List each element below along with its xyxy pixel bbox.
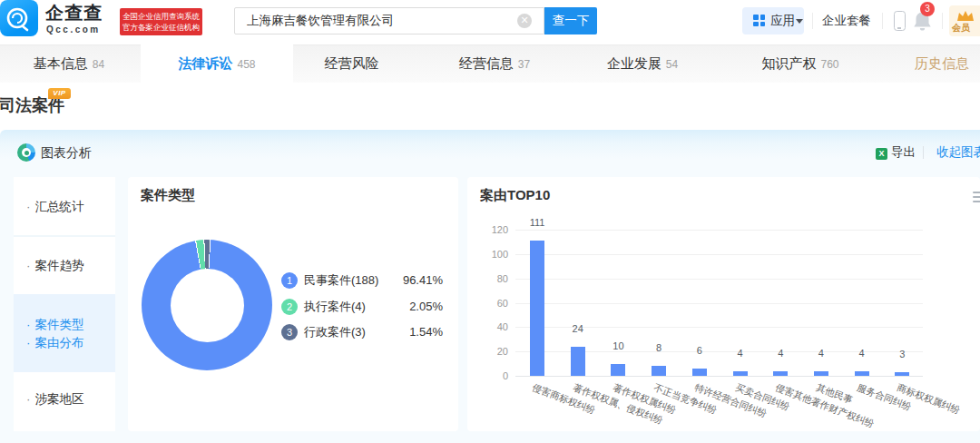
legend-number-3: 3: [281, 324, 298, 340]
y-tick-label: 20: [472, 345, 508, 358]
header-separator: [812, 13, 813, 29]
tab-history-info[interactable]: 历史信息: [915, 44, 974, 83]
legend-pct-enforcement: 2.05%: [409, 299, 443, 315]
sidebar-divider: [14, 235, 115, 237]
bar-value-label: 24: [560, 322, 596, 335]
member-crown-icon: [956, 9, 975, 24]
bar-value-label: 111: [519, 216, 555, 229]
legend-item-administrative[interactable]: 3 行政案件(3): [281, 324, 366, 340]
cert-line1: 全国企业信用查询系统: [120, 11, 202, 22]
x-axis-line: [515, 376, 923, 377]
y-tick-label: 40: [472, 320, 508, 333]
vip-badge: VIP: [48, 88, 71, 99]
chart-analysis-title: 图表分析: [41, 143, 92, 162]
bar-value-label: 4: [803, 347, 839, 359]
sidebar-item-case-trend[interactable]: ·案件趋势: [26, 258, 84, 274]
sidebar-active-background: [14, 294, 115, 372]
legend-number-2: 2: [281, 299, 298, 315]
gridline: [515, 279, 923, 280]
header-separator: [882, 13, 883, 29]
donut-hole: [171, 269, 244, 342]
bar-value-label: 4: [762, 347, 799, 359]
export-button[interactable]: 导出: [891, 143, 916, 162]
bar-4[interactable]: [652, 366, 666, 376]
top10-plot: 020406080100120111侵害商标权纠纷24著作权权属、侵权纠纷10著…: [467, 177, 980, 431]
legend-number-1: 1: [281, 272, 298, 289]
qcc-logo-icon[interactable]: [0, 0, 38, 36]
panel-header-separator: [923, 146, 924, 159]
clear-search-icon[interactable]: ✕: [517, 14, 532, 28]
search-input[interactable]: 上海麻吉餐饮管理有限公司: [234, 7, 544, 34]
sidebar-item-summary-stats[interactable]: ·汇总统计: [26, 199, 84, 215]
tab-legal-litigation[interactable]: 法律诉讼458: [178, 44, 255, 83]
bar-value-label: 6: [681, 344, 718, 357]
bar-6[interactable]: [733, 371, 748, 376]
bar-5[interactable]: [692, 369, 707, 376]
chart-sidebar: ·汇总统计 ·案件趋势 ·案件类型 ·案由分布 ·涉案地区: [14, 177, 115, 431]
bar-7[interactable]: [773, 371, 788, 376]
page: 企查查 Qcc.com 全国企业信用查询系统 官方备案企业征信机构 上海麻吉餐饮…: [0, 0, 980, 443]
legend-pct-administrative: 1.54%: [409, 324, 443, 340]
y-tick-label: 100: [472, 248, 508, 261]
logo-domain: Qcc.com: [46, 25, 101, 34]
y-tick-label: 0: [472, 369, 508, 382]
bar-value-label: 10: [600, 340, 636, 352]
tab-basic-info[interactable]: 基本信息84: [34, 44, 104, 83]
notification-count-badge: 3: [920, 2, 935, 16]
enterprise-package-link[interactable]: 企业套餐: [822, 7, 871, 34]
y-tick-label: 120: [472, 223, 508, 236]
tab-intellectual-property[interactable]: 知识产权760: [761, 44, 838, 83]
cause-top10-card: 案由TOP10 020406080100120111侵害商标权纠纷24著作权权属…: [467, 177, 980, 431]
bar-9[interactable]: [855, 371, 869, 376]
collapse-charts-button[interactable]: 收起图表: [936, 143, 980, 162]
bar-2[interactable]: [571, 347, 585, 376]
bar-1[interactable]: [530, 241, 544, 376]
mobile-app-icon[interactable]: [894, 11, 906, 31]
chart-menu-icon[interactable]: [973, 192, 980, 204]
bar-value-label: 3: [884, 348, 920, 360]
chevron-down-icon: [796, 19, 803, 24]
logo-title[interactable]: 企查查: [45, 3, 103, 23]
legend-item-civil[interactable]: 1 民事案件(188): [281, 272, 378, 289]
cert-line2: 官方备案企业征信机构: [120, 22, 202, 33]
gridline: [515, 254, 923, 255]
tab-operating-info[interactable]: 经营信息37: [459, 44, 530, 83]
legend-item-enforcement[interactable]: 2 执行案件(4): [281, 299, 366, 315]
apps-grid-icon: [753, 15, 765, 26]
sidebar-item-case-region[interactable]: ·涉案地区: [26, 391, 84, 408]
tab-company-development[interactable]: 企业发展54: [607, 44, 678, 83]
apps-label: 应用: [770, 7, 795, 34]
member-label: 会员: [952, 23, 970, 34]
certification-badge: 全国企业信用查询系统 官方备案企业征信机构: [120, 8, 202, 35]
member-entry[interactable]: 会员: [949, 5, 980, 36]
y-tick-label: 60: [472, 297, 508, 310]
apps-menu[interactable]: 应用: [742, 7, 804, 34]
case-type-card: 案件类型 1 民事案件(188) 2 执行案件(4) 3 行政案件(3) 96.…: [128, 177, 458, 431]
bar-3[interactable]: [611, 364, 625, 376]
gridline: [515, 230, 923, 231]
sidebar-item-case-type[interactable]: ·案件类型: [26, 317, 84, 333]
header-separator: [942, 13, 943, 29]
bar-8[interactable]: [814, 371, 828, 376]
chart-analysis-icon: [17, 143, 35, 162]
search-button[interactable]: 查一下: [544, 7, 597, 34]
sidebar-item-cause-distribution[interactable]: ·案由分布: [26, 335, 84, 351]
legend-pct-civil: 96.41%: [403, 272, 443, 289]
bar-value-label: 4: [722, 347, 759, 359]
bar-10[interactable]: [895, 372, 909, 376]
case-type-title: 案件类型: [141, 187, 195, 204]
gridline: [515, 303, 923, 304]
tab-operating-risk[interactable]: 经营风险: [325, 44, 384, 83]
excel-export-icon: X: [876, 148, 887, 160]
y-tick-label: 80: [472, 272, 508, 285]
bar-value-label: 4: [844, 347, 880, 359]
bar-value-label: 8: [641, 341, 677, 354]
